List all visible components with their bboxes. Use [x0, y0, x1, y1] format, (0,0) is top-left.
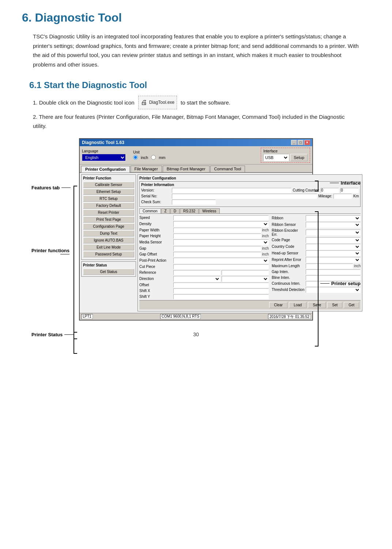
density-label: Density	[139, 222, 172, 226]
reference-field2[interactable]	[222, 270, 269, 275]
clear-button[interactable]: Clear	[269, 302, 287, 308]
gap-inten-label: Gap Inten.	[272, 270, 305, 274]
unit-label: Unit	[133, 150, 166, 154]
language-select[interactable]: English Chinese Japanese	[82, 154, 126, 161]
code-page-select[interactable]	[306, 237, 361, 243]
configuration-page-button[interactable]: Configuration Page	[83, 223, 134, 230]
subtab-rs232[interactable]: RS:232	[180, 208, 199, 213]
printer-symbol: 🖨	[141, 97, 147, 108]
media-sensor-select[interactable]	[173, 239, 269, 245]
load-button[interactable]: Load	[289, 302, 306, 308]
language-group: Language English Chinese Japanese	[82, 149, 126, 161]
annotation-interface: Interface	[330, 180, 361, 186]
direction-row: Direction	[139, 276, 269, 282]
version-field[interactable]	[172, 188, 291, 193]
subtab-common[interactable]: Common	[139, 208, 161, 213]
setup-button[interactable]: Setup	[290, 154, 308, 161]
mileage-field[interactable]	[333, 194, 352, 199]
gap-offset-unit: inch	[262, 252, 269, 256]
gap-inten-field[interactable]	[306, 269, 361, 274]
minimize-button[interactable]: _	[291, 140, 297, 145]
intro-text: TSC's Diagnostic Utility is an integrate…	[33, 32, 359, 69]
reprint-select[interactable]	[306, 257, 361, 263]
dump-text-button[interactable]: Dump Text	[83, 230, 134, 236]
set-button[interactable]: Set	[327, 302, 342, 308]
get-button[interactable]: Get	[344, 302, 359, 308]
checksum-field[interactable]	[172, 200, 216, 205]
left-settings-col: Speed Density Paper Width inch	[139, 215, 269, 300]
max-length-label: Maximum Length	[272, 264, 305, 268]
get-status-button[interactable]: Get Status	[83, 269, 134, 275]
interface-select[interactable]: USB COM1 LPT1	[263, 154, 289, 161]
ribbon-sensor-label: Ribbon Sensor	[272, 223, 305, 227]
serial-label: Serial No:	[141, 194, 170, 198]
unit-mm-radio[interactable]	[151, 155, 156, 160]
paper-width-field[interactable]	[173, 228, 261, 233]
direction-label: Direction	[139, 277, 172, 281]
gap-field[interactable]	[173, 246, 261, 251]
config-title: Printer Configuration	[139, 176, 361, 180]
direction-select1[interactable]	[173, 276, 220, 282]
ignore-autobas-button[interactable]: Ignore AUTO.BAS	[83, 237, 134, 243]
cutting-value2-field[interactable]	[340, 188, 359, 193]
status-bar: LPT1 COM1 9600,N,8,1 RTS 2016/7/28 下午 01…	[80, 313, 312, 320]
reprint-label: Reprint After Error	[272, 258, 305, 262]
reference-row: Reference	[139, 270, 269, 275]
bline-inten-field[interactable]	[306, 275, 361, 280]
ribbon-select[interactable]	[306, 215, 361, 221]
ethernet-setup-button[interactable]: Ethernet Setup	[83, 189, 134, 195]
titlebar-controls[interactable]: _ □ ✕	[291, 140, 310, 145]
density-select[interactable]	[173, 221, 269, 227]
annotation-printer-functions: Printer functions	[31, 248, 69, 254]
unit-mm-label: mm	[159, 155, 165, 160]
printer-status-title: Printer Status	[83, 263, 134, 267]
step1-prefix: 1. Double click on the Diagnostic tool i…	[33, 98, 135, 107]
interface-group: Interface USB COM1 LPT1 Setup	[261, 148, 310, 163]
rtc-setup-button[interactable]: RTC Setup	[83, 196, 134, 202]
tab-printer-configuration[interactable]: Printer Configuration	[81, 166, 130, 173]
section-61-title: 6.1 Start the Diagnostic Tool	[29, 80, 370, 90]
subtab-z[interactable]: Z	[161, 208, 170, 213]
max-length-field[interactable]	[306, 264, 353, 269]
annotation-printer-setup: Printer setup	[320, 281, 361, 286]
password-setup-button[interactable]: Password Setup	[83, 251, 134, 257]
subtab-d[interactable]: D	[170, 208, 180, 213]
headup-sensor-select[interactable]	[306, 250, 361, 256]
shifty-field[interactable]	[173, 294, 269, 299]
unit-inch-radio[interactable]	[133, 155, 138, 160]
ribbon-encoder-select[interactable]	[306, 230, 361, 235]
subtab-wireless[interactable]: Wireless	[199, 208, 219, 213]
checksum-label: Check Sum:	[141, 200, 170, 204]
close-button[interactable]: ✕	[304, 140, 310, 145]
gap-offset-field[interactable]	[173, 252, 261, 257]
threshold-select[interactable]	[306, 287, 361, 293]
offset-label: Offset	[139, 283, 172, 287]
maximize-button[interactable]: □	[298, 140, 304, 145]
headup-sensor-label: Head-up Sensor	[272, 251, 305, 255]
direction-select2[interactable]	[222, 276, 269, 282]
country-code-select[interactable]	[306, 244, 361, 250]
print-test-page-button[interactable]: Print Test Page	[83, 216, 134, 223]
serial-field[interactable]	[172, 194, 317, 199]
paper-width-row: Paper Width inch	[139, 228, 269, 233]
reset-printer-button[interactable]: Reset Printer	[83, 209, 134, 216]
exit-line-mode-button[interactable]: Exit Line Mode	[83, 244, 134, 250]
ribbon-label: Ribbon	[272, 216, 305, 220]
tab-file-manager[interactable]: File Manager	[131, 166, 162, 172]
reference-field1[interactable]	[173, 270, 220, 275]
paper-height-field[interactable]	[173, 234, 261, 239]
factory-default-button[interactable]: Factory Default	[83, 202, 134, 209]
shiftx-field[interactable]	[173, 288, 269, 294]
tab-command-tool[interactable]: Command Tool	[210, 166, 245, 172]
speed-field[interactable]	[173, 215, 269, 220]
gap-offset-row: Gap Offset inch	[139, 252, 269, 257]
cutting-value1-field[interactable]	[321, 188, 339, 193]
calibrate-sensor-button[interactable]: Calibrate Sensor	[83, 182, 134, 188]
cut-piece-field[interactable]	[173, 264, 269, 269]
tab-bitmap-font-manager[interactable]: Bitmap Font Manager	[163, 166, 210, 172]
gap-offset-label: Gap Offset	[139, 252, 172, 256]
offset-field[interactable]	[173, 283, 269, 288]
ribbon-sensor-select[interactable]	[306, 222, 361, 228]
code-page-label: Code Page	[272, 238, 305, 242]
post-print-select[interactable]	[173, 258, 269, 264]
